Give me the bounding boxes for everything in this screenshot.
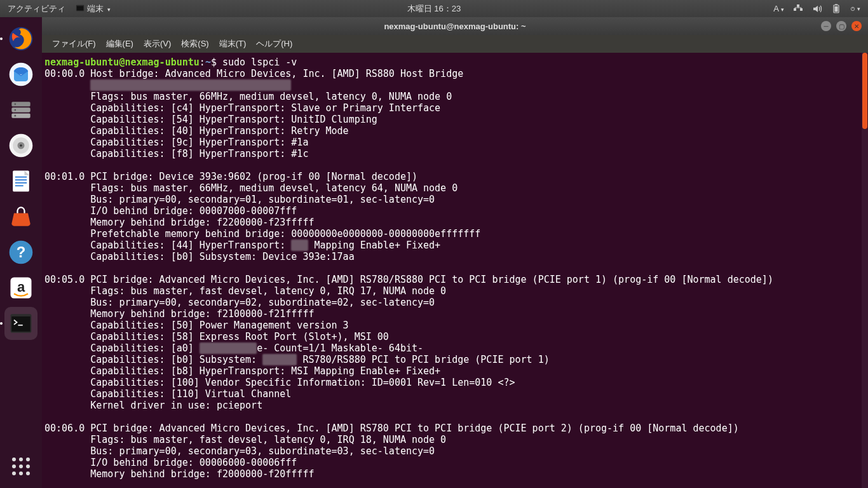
activities-button[interactable]: アクティビティ	[8, 3, 65, 15]
scrollbar-thumb[interactable]	[862, 53, 867, 129]
launcher-rhythmbox[interactable]	[4, 129, 37, 162]
app-menu[interactable]: 端末 ▾	[76, 3, 111, 15]
input-source-indicator[interactable]: A▾	[773, 4, 784, 13]
scrollbar[interactable]	[862, 53, 868, 488]
launcher-terminal[interactable]	[4, 307, 37, 340]
menu-terminal[interactable]: 端末(T)	[215, 36, 250, 52]
chevron-down-icon: ▾	[857, 6, 860, 12]
svg-rect-2	[794, 8, 796, 11]
power-icon[interactable]: ▾	[850, 4, 860, 14]
svg-rect-7	[835, 6, 838, 12]
dock: ? a	[0, 17, 42, 488]
volume-icon[interactable]	[812, 4, 822, 14]
svg-rect-26	[15, 185, 24, 186]
maximize-button[interactable]: ▢	[836, 21, 846, 31]
svg-rect-4	[797, 4, 799, 7]
close-button[interactable]: ✕	[851, 21, 862, 31]
svg-rect-6	[835, 4, 837, 5]
launcher-ubuntu-software[interactable]	[4, 200, 37, 233]
svg-text:a: a	[17, 279, 25, 295]
svg-rect-3	[800, 8, 803, 11]
svg-rect-23	[15, 177, 27, 178]
menu-help[interactable]: ヘルプ(H)	[252, 36, 296, 52]
window-titlebar[interactable]: nexmag-ubuntu@nexmag-ubuntu: ~ ─ ▢ ✕	[42, 17, 868, 35]
svg-text:?: ?	[17, 243, 26, 261]
launcher-firefox[interactable]	[4, 22, 37, 55]
battery-icon[interactable]	[831, 4, 841, 14]
terminal-menubar: ファイル(F) 編集(E) 表示(V) 検索(S) 端末(T) ヘルプ(H)	[42, 35, 868, 53]
window-title: nexmag-ubuntu@nexmag-ubuntu: ~	[384, 22, 526, 31]
svg-rect-25	[15, 182, 27, 184]
app-menu-label: 端末	[87, 4, 104, 13]
svg-point-17	[14, 115, 16, 117]
terminal-window: nexmag-ubuntu@nexmag-ubuntu: ~ ─ ▢ ✕ ファイ…	[42, 17, 868, 488]
launcher-thunderbird[interactable]	[4, 58, 37, 91]
minimize-button[interactable]: ─	[821, 21, 831, 31]
chevron-down-icon: ▾	[107, 6, 111, 13]
menu-search[interactable]: 検索(S)	[177, 36, 212, 52]
terminal-output[interactable]: nexmag-ubuntu@nexmag-ubuntu:~$ sudo lspc…	[42, 53, 868, 488]
svg-point-16	[14, 109, 16, 111]
network-icon[interactable]	[793, 4, 803, 14]
show-applications-button[interactable]	[4, 450, 37, 483]
svg-point-15	[14, 103, 16, 105]
launcher-files[interactable]	[4, 93, 37, 126]
launcher-libreoffice-writer[interactable]	[4, 165, 37, 198]
menu-view[interactable]: 表示(V)	[140, 36, 175, 52]
menu-file[interactable]: ファイル(F)	[48, 36, 100, 52]
menu-edit[interactable]: 編集(E)	[102, 36, 137, 52]
svg-point-21	[20, 144, 22, 147]
svg-rect-1	[77, 6, 84, 10]
gnome-top-bar: アクティビティ 端末 ▾ 木曜日 16：23 A▾ ▾	[0, 0, 868, 17]
launcher-amazon[interactable]: a	[4, 271, 37, 304]
clock[interactable]: 木曜日 16：23	[407, 3, 461, 15]
svg-rect-24	[15, 179, 27, 180]
launcher-help[interactable]: ?	[4, 236, 37, 269]
